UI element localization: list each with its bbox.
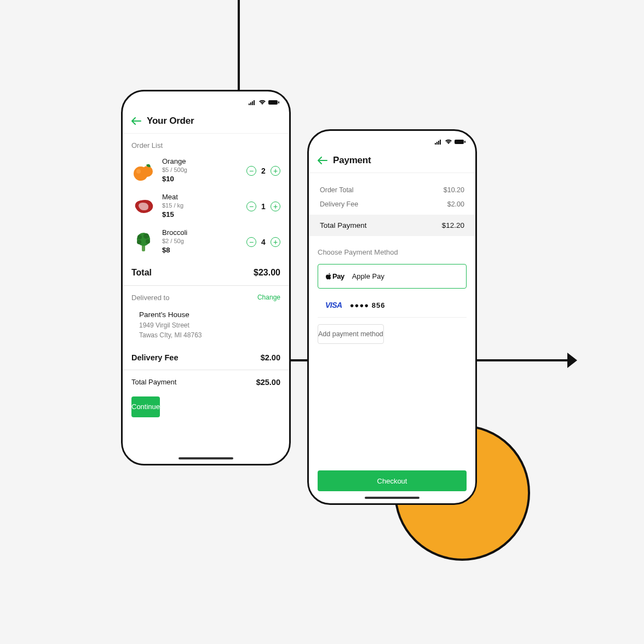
svg-point-14 xyxy=(137,240,141,244)
status-bar xyxy=(309,131,475,150)
back-arrow-icon[interactable] xyxy=(131,117,141,125)
battery-icon xyxy=(455,139,465,145)
svg-point-11 xyxy=(137,235,142,239)
product-unit-price: $2 / 50g xyxy=(162,237,240,245)
delivery-fee-row: Delivery Fee $2.00 xyxy=(123,346,289,370)
svg-rect-2 xyxy=(252,101,253,105)
order-item: Broccoli $2 / 50g $8 − 4 + xyxy=(123,224,289,260)
phone-frame-payment: Payment Order Total $10.20 Delivery Fee … xyxy=(307,129,477,505)
quantity-value: 1 xyxy=(261,202,266,211)
home-indicator xyxy=(365,497,419,499)
change-address-link[interactable]: Change xyxy=(257,294,280,301)
product-unit-price: $15 / kg xyxy=(162,202,240,210)
increment-button[interactable]: + xyxy=(271,237,280,247)
order-total-row: Total $23.00 xyxy=(123,260,289,285)
payment-method-apple-pay[interactable]: Pay Apple Pay xyxy=(318,264,467,289)
svg-rect-20 xyxy=(464,141,465,143)
total-payment-label: Total Payment xyxy=(320,221,367,229)
svg-rect-15 xyxy=(435,143,436,145)
svg-rect-16 xyxy=(436,142,438,145)
battery-icon xyxy=(268,100,279,105)
delivery-fee-label: Delivery Fee xyxy=(320,200,358,208)
page-title: Payment xyxy=(333,155,371,166)
order-item: Meat $15 / kg $15 − 1 + xyxy=(123,188,289,224)
connector-line-vertical xyxy=(238,0,240,93)
product-subtotal: $10 xyxy=(162,174,240,184)
svg-rect-3 xyxy=(254,100,255,105)
decrement-button[interactable]: − xyxy=(246,166,256,176)
add-payment-method-button[interactable]: Add payment method xyxy=(318,324,384,344)
decrement-button[interactable]: − xyxy=(246,237,256,247)
product-name: Broccoli xyxy=(162,228,240,237)
increment-button[interactable]: + xyxy=(271,202,280,211)
quantity-stepper: − 4 + xyxy=(246,237,280,247)
product-image-broccoli xyxy=(131,230,156,254)
product-image-meat xyxy=(131,194,156,219)
delivery-fee-value: $2.00 xyxy=(261,353,280,362)
product-name: Orange xyxy=(162,157,240,166)
total-value: $23.00 xyxy=(254,268,280,278)
product-subtotal: $8 xyxy=(162,245,240,255)
svg-rect-1 xyxy=(250,102,251,105)
quantity-stepper: − 1 + xyxy=(246,202,280,211)
total-payment-row: Total Payment $25.00 xyxy=(123,370,289,394)
continue-button[interactable]: Continue xyxy=(131,396,160,417)
total-label: Total xyxy=(131,268,152,278)
signal-icon xyxy=(435,139,442,145)
address-city: Tawas CIty, MI 48763 xyxy=(139,330,280,340)
delivery-fee-label: Delivery Fee xyxy=(131,353,178,362)
total-payment-row: Total Payment $12.20 xyxy=(309,215,475,236)
delivery-address: Parent's House 1949 Virgil Street Tawas … xyxy=(123,305,289,346)
visa-mark-icon: VISA xyxy=(325,301,342,309)
svg-rect-19 xyxy=(455,140,464,144)
quantity-value: 4 xyxy=(261,238,266,246)
total-payment-value: $25.00 xyxy=(256,378,280,387)
total-payment-label: Total Payment xyxy=(131,378,176,387)
product-subtotal: $15 xyxy=(162,210,240,220)
card-masked-number: ●●●● 856 xyxy=(350,301,386,309)
checkout-button[interactable]: Checkout xyxy=(318,470,467,491)
delivery-fee-value: $2.00 xyxy=(447,200,464,208)
increment-button[interactable]: + xyxy=(271,166,280,176)
arrowhead-right-icon xyxy=(567,353,577,368)
svg-rect-17 xyxy=(438,141,439,145)
svg-rect-5 xyxy=(278,101,279,104)
svg-point-7 xyxy=(142,166,153,177)
svg-point-13 xyxy=(146,239,150,244)
svg-rect-0 xyxy=(249,104,250,105)
svg-point-8 xyxy=(136,169,141,174)
decrement-button[interactable]: − xyxy=(246,202,256,211)
product-image-orange xyxy=(131,159,156,183)
address-name: Parent's House xyxy=(139,311,280,319)
back-arrow-icon[interactable] xyxy=(318,157,327,164)
signal-icon xyxy=(249,100,256,105)
page-title: Your Order xyxy=(147,116,194,127)
wifi-icon xyxy=(445,139,452,145)
quantity-stepper: − 2 + xyxy=(246,166,280,176)
apple-pay-label: Apple Pay xyxy=(352,272,384,280)
order-total-value: $10.20 xyxy=(444,186,464,194)
wifi-icon xyxy=(258,100,266,105)
status-bar xyxy=(123,91,289,110)
order-item: Orange $5 / 500g $10 − 2 + xyxy=(123,153,289,188)
payment-method-visa[interactable]: VISA ●●●● 856 xyxy=(318,293,467,318)
svg-rect-18 xyxy=(440,140,441,145)
quantity-value: 2 xyxy=(261,166,266,175)
product-unit-price: $5 / 500g xyxy=(162,166,240,174)
address-street: 1949 Virgil Street xyxy=(139,320,280,330)
apple-pay-mark-icon: Pay xyxy=(326,272,344,280)
choose-payment-method-label: Choose Payment Method xyxy=(309,236,475,260)
delivered-to-label: Delivered to xyxy=(131,294,169,302)
order-total-label: Order Total xyxy=(320,186,354,194)
home-indicator xyxy=(179,457,233,459)
phone-frame-order: Your Order Order List Orange $5 / 500g $… xyxy=(121,90,291,465)
screen-header: Your Order xyxy=(123,110,289,134)
delivery-fee-row: Delivery Fee $2.00 xyxy=(309,197,475,211)
svg-rect-4 xyxy=(268,100,278,105)
product-name: Meat xyxy=(162,193,240,202)
order-total-row: Order Total $10.20 xyxy=(309,183,475,197)
svg-point-12 xyxy=(143,233,149,239)
screen-header: Payment xyxy=(309,150,475,173)
order-list-label: Order List xyxy=(123,134,289,153)
total-payment-value: $12.20 xyxy=(442,221,464,229)
